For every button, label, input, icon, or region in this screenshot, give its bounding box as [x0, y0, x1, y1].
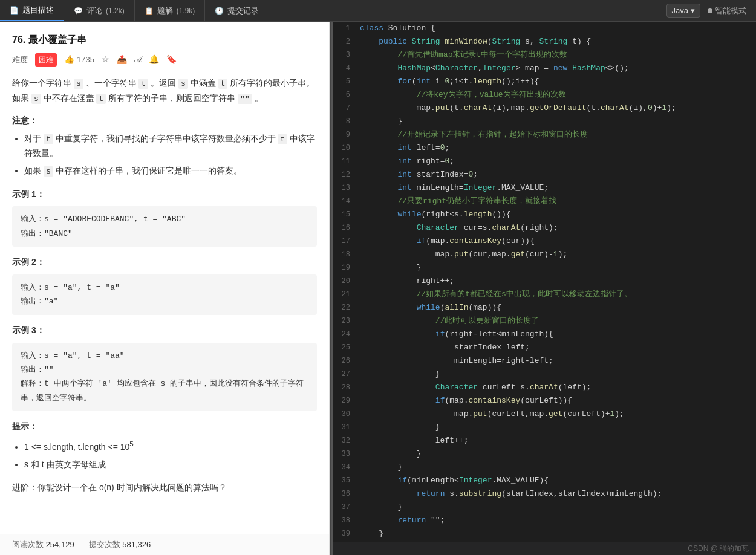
language-label: Java — [672, 6, 688, 15]
example-3-title: 示例 3： — [12, 323, 317, 338]
example-1-title: 示例 1： — [12, 187, 317, 202]
code-line: 20 right++; — [333, 274, 756, 288]
code-line: 17 if(map.containsKey(cur)){ — [333, 235, 756, 248]
line-number: 9 — [333, 128, 357, 141]
bell-icon: 🔔 — [149, 53, 159, 67]
line-content: right++; — [357, 274, 756, 288]
line-number: 39 — [333, 527, 357, 540]
solutions-icon: 📋 — [145, 7, 154, 15]
submit-count: 581,326 — [122, 540, 151, 549]
likes-count: 1735 — [77, 53, 94, 67]
code-line: 15 while(right<s.length()){ — [333, 208, 756, 221]
line-content: //将key为字符，value为字符出现的次数 — [357, 88, 756, 102]
line-content: } — [357, 421, 756, 434]
problem-title: 76. 最小覆盖子串 — [12, 31, 317, 48]
line-number: 10 — [333, 141, 357, 155]
example-2-title: 示例 2： — [12, 255, 317, 270]
hint-section: 提示： 1 <= s.length, t.length <= 105 s 和 t… — [12, 420, 317, 472]
code-line: 8 } — [333, 115, 756, 128]
problem-meta: 难度 困难 👍 1735 ☆ 📤 𝒜 🔔 — [12, 53, 317, 67]
smart-mode-label: 智能模式 — [715, 5, 746, 16]
line-content: int minLength=Integer.MAX_VALUE; — [357, 181, 756, 195]
tab-submissions-label: 提交记录 — [227, 5, 259, 16]
note-item-2: 如果 s 中存在这样的子串，我们保证它是唯一一的答案。 — [24, 164, 317, 178]
code-line: 34 } — [333, 461, 756, 474]
line-content: while(allIn(map)){ — [357, 301, 756, 314]
line-content: } — [357, 461, 756, 474]
hint-2: s 和 t 由英文字母组成 — [24, 458, 317, 472]
note-list: 对于 t 中重复字符，我们寻找的子字符串中该字符数量必须不少于 t 中该字符数量… — [12, 132, 317, 179]
line-content: left++; — [357, 434, 756, 447]
tab-submissions[interactable]: 🕐 提交记录 — [205, 0, 269, 21]
line-number: 13 — [333, 181, 357, 195]
bell-item[interactable]: 🔔 — [149, 53, 159, 67]
code-editor[interactable]: 1class Solution {2 public String minWind… — [333, 22, 756, 542]
line-number: 3 — [333, 48, 357, 62]
note-title: 注意： — [12, 114, 317, 128]
right-bar: Java ▾ 智能模式 — [657, 0, 756, 21]
share-item[interactable]: 📤 — [117, 53, 127, 67]
code-line: 28 Character curLeft=s.charAt(left); — [333, 381, 756, 394]
code-line: 32 left++; — [333, 434, 756, 447]
left-panel: 76. 最小覆盖子串 难度 困难 👍 1735 ☆ 📤 𝒜 🔔 — [0, 22, 330, 555]
example-3-input: 输入：s = "a", t = "aa" — [21, 349, 308, 363]
tab-solutions-label: 题解 — [157, 5, 173, 16]
line-content: public String minWindow(String s, String… — [357, 35, 756, 48]
code-line: 21 //如果所有的t都已经在s中出现，此时可以移动左边指针了。 — [333, 288, 756, 301]
line-number: 20 — [333, 274, 357, 288]
line-number: 1 — [333, 22, 357, 35]
collect-item[interactable]: ☆ — [102, 53, 109, 67]
bookmark-icon: 🔖 — [166, 53, 177, 67]
line-content: //此时可以更新窗口的长度了 — [357, 314, 756, 328]
language-selector[interactable]: Java ▾ — [666, 4, 700, 18]
line-content: //如果所有的t都已经在s中出现，此时可以移动左边指针了。 — [357, 288, 756, 301]
code-line: 35 if(minLength<Integer.MAX_VALUE){ — [333, 474, 756, 487]
line-content: if(map.containsKey(curLeft)){ — [357, 394, 756, 407]
line-content: int left=0; — [357, 141, 756, 155]
code-line: 36 return s.substring(startIndex,startIn… — [333, 487, 756, 501]
translate-item[interactable]: 𝒜 — [134, 53, 142, 67]
example-1-output: 输出："BANC" — [21, 227, 308, 241]
line-number: 14 — [333, 195, 357, 208]
code-line: 24 if(right-left<minLength){ — [333, 328, 756, 341]
line-number: 7 — [333, 102, 357, 115]
line-content: Character cur=s.charAt(right); — [357, 221, 756, 235]
tab-comments[interactable]: 💬 评论 (1.2k) — [64, 0, 135, 21]
example-3-output: 输出："" — [21, 363, 308, 377]
bookmark-item[interactable]: 🔖 — [166, 53, 177, 67]
line-number: 17 — [333, 235, 357, 248]
hint-1: 1 <= s.length, t.length <= 105 — [24, 438, 317, 454]
translate-icon: 𝒜 — [134, 53, 142, 67]
share-icon: 📤 — [117, 53, 127, 67]
line-content: if(map.containsKey(cur)){ — [357, 235, 756, 248]
like-icon: 👍 — [64, 53, 74, 67]
advance-section: 进阶：你能设计一个在 o(n) 时间内解决此问题的算法吗？ — [12, 481, 317, 495]
line-content: startIndex=left; — [357, 341, 756, 354]
main-content: 76. 最小覆盖子串 难度 困难 👍 1735 ☆ 📤 𝒜 🔔 — [0, 22, 756, 555]
line-number: 34 — [333, 461, 357, 474]
code-line: 23 //此时可以更新窗口的长度了 — [333, 314, 756, 328]
line-number: 18 — [333, 248, 357, 261]
smart-mode-dot — [708, 8, 712, 13]
line-number: 6 — [333, 88, 357, 102]
line-content: Character curLeft=s.charAt(left); — [357, 381, 756, 394]
bottom-bar: CSDN @|强的加瓦 — [333, 542, 756, 555]
tab-description[interactable]: 📄 题目描述 — [0, 0, 64, 21]
view-count-item: 阅读次数 254,129 — [12, 539, 74, 550]
line-number: 23 — [333, 314, 357, 328]
example-2-input: 输入：s = "a", t = "a" — [21, 281, 308, 294]
example-3-box: 输入：s = "a", t = "aa" 输出："" 解释：t 中两个字符 'a… — [12, 343, 317, 412]
advance-label: 进阶：你能设计一个在 o(n) 时间内解决此问题的算法吗？ — [12, 482, 227, 492]
code-line: 26 minLength=right-left; — [333, 354, 756, 368]
code-line: 7 map.put(t.charAt(i),map.getOrDefault(t… — [333, 102, 756, 115]
line-number: 35 — [333, 474, 357, 487]
top-bar: 📄 题目描述 💬 评论 (1.2k) 📋 题解 (1.9k) 🕐 提交记录 Ja… — [0, 0, 756, 22]
line-number: 24 — [333, 328, 357, 341]
line-content: map.put(curLeft,map.get(curLeft)+1); — [357, 407, 756, 421]
code-line: 39 } — [333, 527, 756, 540]
tab-solutions[interactable]: 📋 题解 (1.9k) — [135, 0, 206, 21]
panel-divider[interactable] — [330, 22, 333, 555]
tab-comments-label: 评论 — [86, 5, 102, 16]
line-number: 33 — [333, 447, 357, 461]
comments-count: (1.2k) — [106, 7, 125, 15]
